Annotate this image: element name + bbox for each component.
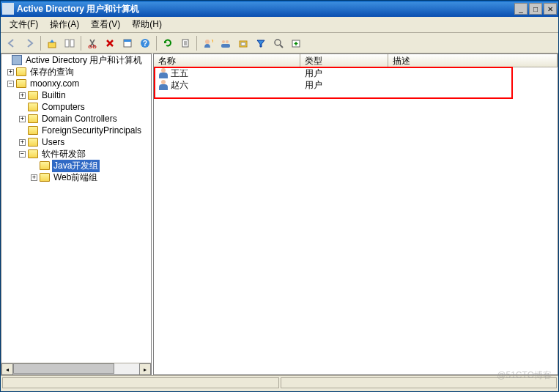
back-button[interactable]: [4, 35, 20, 51]
watermark: @51CTO博客: [497, 369, 552, 382]
app-icon: [2, 3, 14, 15]
svg-rect-16: [241, 42, 245, 45]
tree-panel: Active Directory 用户和计算机 + 保存的查询 − moonxy…: [1, 53, 152, 375]
folder-icon: [16, 79, 26, 88]
filter-icon[interactable]: [253, 35, 269, 51]
folder-icon: [16, 67, 26, 76]
row-name: 王五: [171, 67, 188, 80]
svg-point-12: [222, 40, 225, 43]
delete-button[interactable]: [102, 35, 118, 51]
tree-java-group[interactable]: Java开发组: [1, 160, 151, 171]
status-cell: [2, 377, 279, 388]
new-ou-icon[interactable]: [235, 35, 251, 51]
svg-rect-2: [70, 40, 74, 47]
folder-icon: [40, 173, 50, 182]
forward-button[interactable]: [21, 35, 37, 51]
svg-point-10: [205, 40, 210, 44]
expander-icon[interactable]: +: [31, 174, 37, 181]
svg-text:?: ?: [143, 40, 147, 48]
tree-builtin[interactable]: + Builtin: [1, 89, 151, 101]
scroll-left-button[interactable]: ◂: [1, 363, 13, 375]
row-type: 用户: [300, 79, 388, 92]
menu-action[interactable]: 操作(A): [44, 17, 85, 32]
list-row[interactable]: 赵六 用户: [154, 79, 558, 91]
expander-icon[interactable]: +: [19, 92, 26, 99]
folder-icon: [28, 149, 38, 158]
folder-icon: [28, 138, 38, 147]
svg-point-13: [226, 40, 229, 43]
user-icon: [158, 80, 169, 90]
expander-icon[interactable]: +: [19, 139, 26, 146]
tree-domain[interactable]: − moonxy.com: [1, 78, 151, 89]
properties-button[interactable]: [119, 35, 136, 51]
folder-icon: [28, 103, 38, 111]
list-body: 王五 用户 赵六 用户: [154, 67, 558, 374]
toolbar: ? ★: [1, 33, 558, 53]
row-type: 用户: [300, 67, 388, 80]
list-header: 名称 类型 描述: [154, 54, 558, 67]
row-name: 赵六: [171, 79, 188, 92]
tree-root-label: Active Directory 用户和计算机: [24, 54, 144, 67]
tree-fsp[interactable]: ForeignSecurityPrincipals: [1, 125, 151, 136]
status-bar: [1, 375, 558, 390]
list-row[interactable]: 王五 用户: [154, 67, 558, 79]
refresh-button[interactable]: [160, 35, 176, 51]
show-hide-button[interactable]: [62, 35, 78, 51]
menu-bar: 文件(F) 操作(A) 查看(V) 帮助(H): [1, 17, 558, 33]
svg-point-17: [275, 40, 281, 45]
column-name[interactable]: 名称: [154, 54, 300, 67]
folder-icon: [28, 114, 38, 123]
folder-icon: [40, 161, 50, 170]
menu-view[interactable]: 查看(V): [85, 17, 126, 32]
export-button[interactable]: [177, 35, 193, 51]
column-desc[interactable]: 描述: [388, 54, 558, 67]
user-icon: [158, 68, 169, 78]
root-icon: [12, 55, 22, 65]
scroll-thumb[interactable]: [13, 363, 114, 374]
expander-icon[interactable]: −: [7, 81, 14, 87]
horizontal-scrollbar[interactable]: ◂ ▸: [1, 363, 151, 374]
svg-text:★: ★: [211, 38, 213, 44]
tree-selected-label: Java开发组: [52, 160, 100, 172]
tree-domain-controllers[interactable]: + Domain Controllers: [1, 113, 151, 125]
tree-users[interactable]: + Users: [1, 136, 151, 148]
title-bar: Active Directory 用户和计算机 _ □ ✕: [1, 1, 558, 17]
folder-icon: [28, 126, 38, 135]
folder-icon: [28, 91, 38, 100]
find-icon[interactable]: [270, 35, 286, 51]
expander-icon[interactable]: +: [19, 116, 26, 122]
column-type[interactable]: 类型: [300, 54, 388, 67]
up-button[interactable]: [44, 35, 60, 51]
cut-button[interactable]: [84, 35, 100, 51]
window-title: Active Directory 用户和计算机: [17, 3, 514, 15]
minimize-button[interactable]: _: [514, 3, 527, 15]
svg-rect-6: [124, 40, 131, 42]
help-icon[interactable]: ?: [137, 35, 153, 51]
close-button[interactable]: ✕: [544, 3, 557, 15]
maximize-button[interactable]: □: [529, 3, 542, 15]
menu-help[interactable]: 帮助(H): [126, 17, 168, 32]
tree-web-group[interactable]: + Web前端组: [1, 171, 151, 183]
scroll-right-button[interactable]: ▸: [139, 363, 151, 375]
new-group-icon[interactable]: [218, 35, 234, 51]
svg-rect-0: [48, 42, 56, 48]
expander-icon[interactable]: +: [7, 69, 14, 75]
tree-dept[interactable]: − 软件研发部: [1, 148, 151, 160]
new-user-icon[interactable]: ★: [200, 35, 216, 51]
expander-icon[interactable]: −: [19, 151, 26, 158]
tree-saved-queries[interactable]: + 保存的查询: [1, 66, 151, 78]
svg-rect-1: [65, 40, 69, 47]
tree-root[interactable]: Active Directory 用户和计算机: [1, 54, 151, 66]
svg-rect-14: [221, 44, 230, 48]
menu-file[interactable]: 文件(F): [4, 17, 44, 32]
tree-computers[interactable]: Computers: [1, 101, 151, 113]
add-query-icon[interactable]: [288, 35, 304, 51]
list-panel: 名称 类型 描述 王五 用户 赵六 用户: [153, 53, 558, 375]
